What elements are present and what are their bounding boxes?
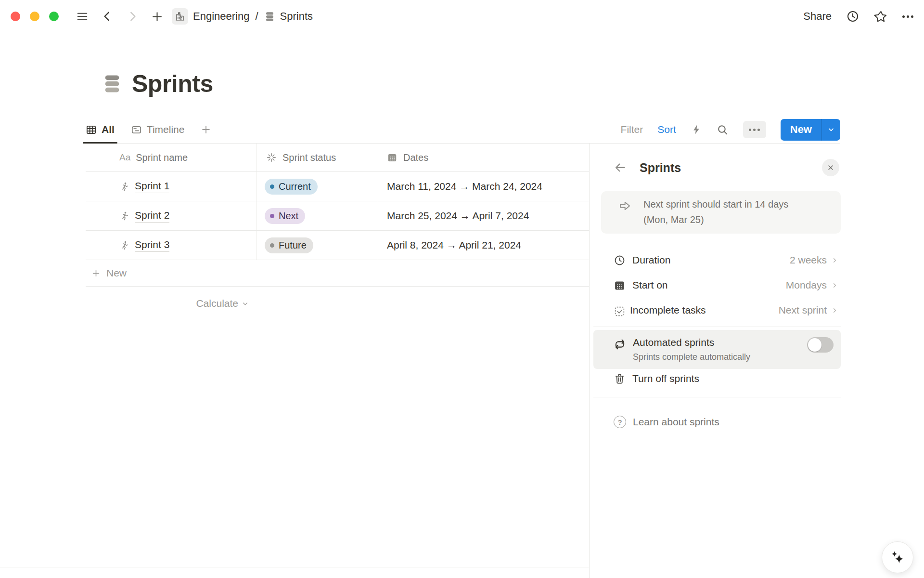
status-dot: [270, 184, 274, 189]
updates-clock-icon[interactable]: [846, 10, 860, 23]
cell-sprint-name[interactable]: Sprint 3: [86, 231, 257, 260]
setting-start-on[interactable]: Start on Mondays: [601, 273, 841, 298]
column-header-sprint-name[interactable]: Aa Sprint name: [86, 144, 257, 171]
calculate-label: Calculate: [196, 298, 238, 309]
cell-sprint-name[interactable]: Sprint 2: [86, 201, 257, 230]
sidebar-menu-icon[interactable]: [76, 10, 89, 23]
date-property-icon: [387, 152, 398, 163]
forward-icon[interactable]: [126, 10, 139, 23]
turn-off-sprints-button[interactable]: Turn off sprints: [593, 365, 841, 392]
sprints-table: Aa Sprint name Sprint status: [86, 144, 589, 287]
status-dot: [270, 243, 274, 248]
new-dropdown-chevron-icon[interactable]: [822, 119, 840, 141]
back-arrow-icon[interactable]: [614, 161, 627, 174]
checkbox-dashed-icon: [614, 305, 623, 315]
filter-button[interactable]: Filter: [621, 124, 643, 135]
arrow-right-icon: [618, 199, 631, 234]
learn-about-sprints-link[interactable]: ? Learn about sprints: [593, 407, 841, 436]
plus-icon: [91, 269, 101, 278]
status-dot: [270, 214, 274, 218]
close-icon[interactable]: [822, 159, 839, 176]
automated-sprints-toggle[interactable]: [807, 337, 834, 353]
sprint-page-link[interactable]: Sprint 2: [135, 209, 169, 222]
teamspace-icon[interactable]: [172, 8, 188, 25]
setting-value: Mondays: [786, 279, 827, 291]
tab-all-label: All: [102, 124, 115, 135]
add-view-icon[interactable]: [201, 124, 211, 135]
cell-dates[interactable]: April 8, 2024 → April 21, 2024: [378, 231, 589, 260]
sprint-page-link[interactable]: Sprint 1: [135, 180, 169, 193]
calendar-icon: [614, 279, 626, 291]
tab-timeline-label: Timeline: [147, 124, 185, 135]
toggle-knob: [808, 338, 821, 352]
repeat-icon: [614, 338, 626, 351]
cell-dates[interactable]: March 11, 2024 → March 24, 2024: [378, 172, 589, 201]
search-icon[interactable]: [717, 124, 729, 136]
setting-label: Duration: [632, 254, 670, 266]
close-window-button[interactable]: [11, 12, 20, 21]
cell-sprint-status[interactable]: Future: [257, 231, 378, 260]
cell-dates[interactable]: March 25, 2024 → April 7, 2024: [378, 201, 589, 230]
setting-duration[interactable]: Duration 2 weeks: [601, 248, 841, 273]
table-view-icon: [86, 124, 97, 135]
sprint-page-link[interactable]: Sprint 3: [135, 238, 169, 251]
page-database-icon: [101, 73, 123, 94]
chevron-down-icon: [242, 300, 249, 307]
database-icon: [264, 11, 275, 22]
breadcrumb-page[interactable]: Sprints: [280, 10, 313, 23]
setting-value: Next sprint: [779, 304, 827, 316]
cell-sprint-name[interactable]: Sprint 1: [86, 172, 257, 201]
breadcrumb-teamspace[interactable]: Engineering: [193, 10, 249, 23]
notice-text: Next sprint should start in 14 days (Mon…: [643, 197, 802, 234]
setting-label: Start on: [632, 279, 668, 291]
automated-sprints-row[interactable]: Automated sprints Sprints complete autom…: [593, 330, 841, 369]
setting-incomplete-tasks[interactable]: Incomplete tasks Next sprint: [601, 298, 841, 323]
column-header-dates[interactable]: Dates: [378, 144, 589, 171]
setting-value: 2 weeks: [790, 254, 827, 266]
zoom-window-button[interactable]: [49, 12, 59, 21]
divider: [593, 327, 841, 327]
ai-assistant-button[interactable]: [882, 541, 913, 573]
new-button-group: New: [781, 119, 840, 141]
divider: [593, 397, 841, 397]
tab-all[interactable]: All: [86, 116, 115, 143]
cell-sprint-status[interactable]: Next: [257, 201, 378, 230]
tab-timeline[interactable]: Timeline: [131, 116, 185, 143]
minimize-window-button[interactable]: [30, 12, 39, 21]
status-badge: Future: [265, 237, 313, 253]
question-mark-icon: ?: [614, 416, 626, 428]
clock-icon: [614, 254, 626, 266]
new-row-button[interactable]: New: [86, 260, 589, 287]
chevron-right-icon: [831, 307, 838, 314]
nav-controls: [76, 10, 163, 23]
turn-off-sprints-label: Turn off sprints: [632, 373, 699, 384]
column-label: Sprint status: [282, 152, 336, 163]
new-page-icon[interactable]: [151, 11, 163, 23]
breadcrumb-separator: /: [255, 10, 258, 23]
favorite-star-icon[interactable]: [874, 10, 888, 24]
table-row: Sprint 1 Current March 11, 2024 → March …: [86, 172, 589, 201]
more-options-icon[interactable]: [902, 15, 913, 18]
view-tabs: All Timeline: [86, 116, 211, 143]
status-badge: Next: [265, 208, 305, 224]
table-header: Aa Sprint name Sprint status: [86, 144, 589, 172]
calculate-button[interactable]: Calculate: [86, 291, 257, 316]
sort-button[interactable]: Sort: [657, 124, 676, 135]
window-topbar: Engineering / Sprints Share: [0, 0, 924, 33]
view-tabbar: All Timeline Filter Sort: [86, 116, 840, 144]
cell-sprint-status[interactable]: Current: [257, 172, 378, 201]
share-button[interactable]: Share: [803, 10, 832, 23]
view-options-icon[interactable]: [743, 121, 766, 138]
notion-window: Engineering / Sprints Share: [0, 0, 924, 578]
status-badge: Current: [265, 179, 318, 195]
back-icon[interactable]: [101, 10, 114, 23]
column-header-sprint-status[interactable]: Sprint status: [257, 144, 378, 171]
new-button[interactable]: New: [781, 119, 822, 141]
automations-bolt-icon[interactable]: [691, 124, 702, 135]
trash-icon: [614, 373, 626, 385]
sprint-runner-icon: [119, 182, 129, 192]
traffic-lights: [11, 12, 59, 21]
sparkles-icon: [890, 550, 905, 565]
topbar-actions: Share: [803, 10, 913, 24]
status-spinner-icon: [266, 152, 277, 163]
